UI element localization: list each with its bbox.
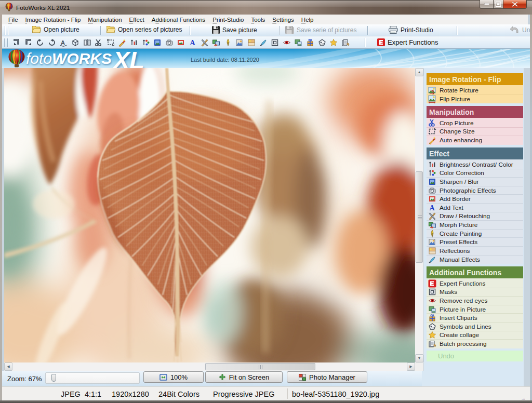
svg-text:A: A	[190, 39, 196, 47]
svg-text:A: A	[61, 39, 65, 46]
svg-text:A: A	[430, 204, 435, 212]
